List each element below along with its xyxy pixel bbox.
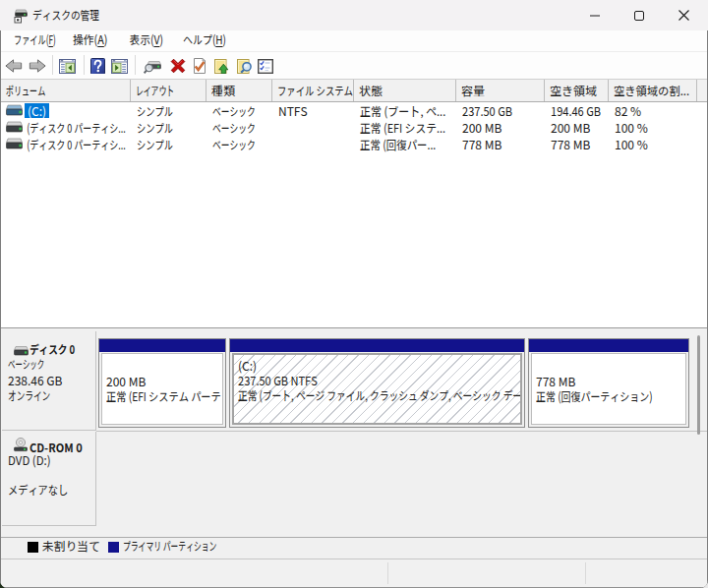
change-drive-letter-button[interactable] [144,57,161,75]
column-header[interactable]: 容量 [456,80,545,101]
show-action-pane-button[interactable] [110,57,128,75]
partition-recovery[interactable]: 778 MB 正常 (回復パーティション) [528,338,689,428]
folder-magnifier-icon [236,58,253,74]
volume-cell-value: 778 MB [551,136,590,152]
mark-partition-active-button[interactable] [191,57,208,75]
volume-name-cell: (C:) [1,102,131,119]
disk-magnifier-icon [144,58,161,75]
statusbar [1,559,707,587]
disk-management-app-icon [14,8,30,24]
volume-cell-capacity: 778 MB [456,136,545,152]
volume-cell-file_system [272,136,354,152]
volume-cell-free_space: 194.46 GB [545,102,609,119]
disk-type: ベーシック [8,355,44,372]
explore-button[interactable] [235,57,253,75]
volume-cell-layout: シンプル [131,102,206,119]
volume-cell-file_system: NTFS [272,102,354,119]
column-header-label: 空き領域の割... [614,80,689,101]
delete-volume-button[interactable] [169,57,187,75]
volume-disk-icon [6,138,23,150]
disk-status: オンライン [8,386,50,403]
column-header[interactable]: 種類 [206,80,272,101]
legend-bar: 未割り当て プライマリ パーティション [1,537,707,559]
menu-action[interactable]: 操作(A) [73,30,107,47]
partition-efi-body: 200 MB 正常 (EFI システム パーテ [101,353,223,425]
menu-view[interactable]: 表示(V) [130,30,163,47]
partition-c[interactable]: (C:) 237.50 GB NTFS 正常 (ブート, ページ ファイル, ク… [229,338,525,428]
volume-cell-value: シンプル [137,119,173,136]
disk-0-label-cell[interactable]: ディスク 0 ベーシック 238.46 GB オンライン [2,331,96,431]
volume-cell-type: ベーシック [206,136,272,152]
volume-row[interactable]: (C:)シンプルベーシックNTFS正常 (ブート, ペ...237.50 GB1… [1,102,707,119]
back-arrow-icon [5,58,23,74]
volume-cell-value: 正常 (回復パー... [360,136,436,152]
volume-row[interactable]: (ディスク 0 パーティシ...シンプルベーシック正常 (回復パー...778 … [1,136,707,152]
graph-pane-scrollbar[interactable] [697,335,700,435]
volume-disk-icon [6,121,23,134]
partition-status-label: 正常 (EFI システム パーテ [106,388,221,403]
volume-cell-status: 正常 (EFI システ... [354,119,456,136]
close-button[interactable] [663,0,705,30]
partition-status-label: 正常 (ブート, ページ ファイル, クラッシュ ダンプ, ベーシック データ [238,387,522,402]
volume-cell-value: NTFS [278,102,308,119]
volume-cell-value: シンプル [137,102,173,119]
volume-cell-type: ベーシック [206,102,272,119]
cd-rom-icon [13,438,29,452]
help-button[interactable] [88,57,106,75]
statusbar-separator [387,562,388,584]
column-header-label: ボリューム [6,80,45,101]
partition-color-band [230,339,524,352]
open-button[interactable] [212,57,230,75]
column-header[interactable]: レイアウト [131,80,206,101]
volume-list-header: ボリュームレイアウト種類ファイル システム状態容量空き領域空き領域の割... [1,80,707,102]
volume-cell-status: 正常 (回復パー... [354,136,456,152]
volume-cell-file_system [272,119,354,136]
partition-efi[interactable]: 200 MB 正常 (EFI システム パーテ [98,338,226,428]
menu-help[interactable]: ヘルプ(H) [183,30,226,47]
show-console-tree-button[interactable] [58,57,76,75]
column-header[interactable]: ファイル システム [272,80,354,101]
partition-size-label: 778 MB [536,374,575,388]
volume-cell-percent_free: 82 % [609,102,697,119]
column-header[interactable]: 状態 [354,80,456,101]
maximize-button[interactable] [617,0,662,30]
volume-cell-capacity: 237.50 GB [456,102,545,119]
cdrom-label-cell[interactable]: CD-ROM 0 DVD (D:) メディアなし [2,432,96,526]
column-header-label: 種類 [211,80,235,101]
forward-button[interactable] [29,57,46,75]
volume-cell-value: 200 MB [551,119,590,136]
volume-cell-status: 正常 (ブート, ペ... [354,102,456,119]
minimize-icon [590,11,600,21]
menubar: ファイル(F) 操作(A) 表示(V) ヘルプ(H) [1,30,707,52]
toolbar [1,52,707,80]
volume-row[interactable]: (ディスク 0 パーティシ...シンプルベーシック正常 (EFI システ...2… [1,119,707,136]
column-header-label: 状態 [359,80,383,101]
delete-x-icon [170,58,186,74]
disk-management-window: ディスクの管理 ファイル(F) 操作(A) 表示(V) ヘルプ(H) [0,0,708,588]
column-header[interactable]: ボリューム [1,80,131,101]
minimize-button[interactable] [572,0,618,30]
volume-cell-layout: シンプル [131,119,206,136]
column-header[interactable]: 空き領域 [545,80,609,101]
volume-cell-free_space: 778 MB [545,136,609,152]
window-title: ディスクの管理 [32,6,99,23]
properties-button[interactable] [257,57,274,75]
volume-name: (ディスク 0 パーティシ... [25,120,128,135]
back-button[interactable] [5,57,23,75]
volume-list: ボリュームレイアウト種類ファイル システム状態容量空き領域空き領域の割... (… [1,80,707,327]
menu-file[interactable]: ファイル(F) [14,30,56,47]
column-header[interactable]: 空き領域の割... [609,80,697,101]
volume-cell-value: 200 MB [462,119,502,136]
volume-cell-value: 100 % [615,136,648,152]
partition-name-label: (C:) [238,358,257,373]
volume-cell-free_space: 200 MB [545,119,609,136]
column-header-label: ファイル システム [277,80,353,101]
legend-label-primary: プライマリ パーティション [123,537,216,554]
column-header-label: 容量 [461,80,485,101]
legend-label-unallocated: 未割り当て [42,537,100,554]
cdrom-type: DVD (D:) [8,451,51,468]
document-check-icon [192,58,207,74]
partition-color-band [529,339,688,352]
toolbar-separator [84,55,85,75]
volume-cell-value: 237.50 GB [462,102,512,119]
